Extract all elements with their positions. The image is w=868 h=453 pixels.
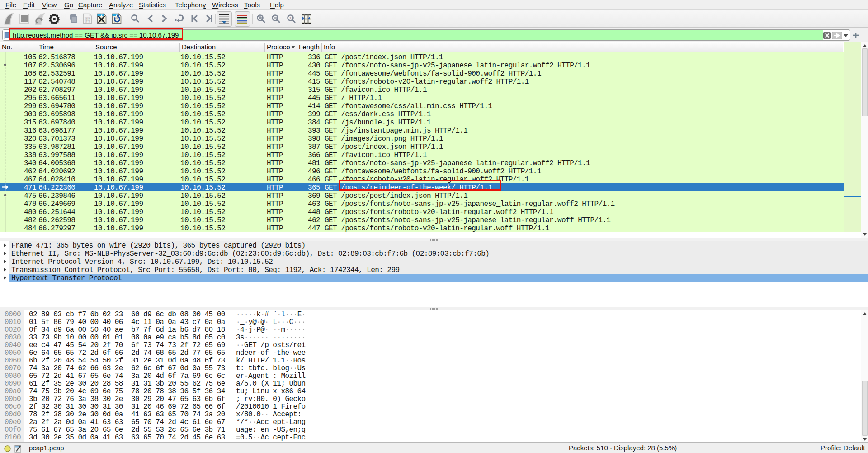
svg-text:1: 1	[289, 16, 292, 20]
svg-text:0111: 0111	[85, 21, 90, 24]
